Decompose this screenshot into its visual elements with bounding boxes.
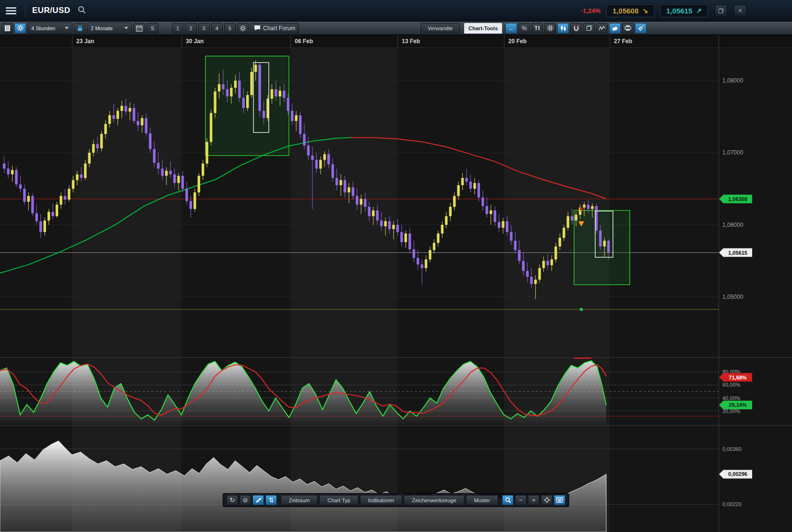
zoom-in-icon[interactable]: + [528, 495, 540, 505]
bottom-button-group: ZeitraumChart TypIndikatorenZeichenwerkz… [281, 495, 498, 505]
candle-body [591, 206, 593, 209]
date-label: 06 Feb [295, 38, 313, 45]
candle-body [319, 160, 322, 168]
sort-arrows-icon[interactable]: ⇅ [265, 495, 277, 505]
candle-body [7, 168, 9, 174]
lock-icon[interactable] [74, 23, 85, 34]
zoom-level-2[interactable]: 2 [185, 23, 196, 34]
candle-body [185, 189, 188, 201]
zoom-level-1[interactable]: 1 [172, 23, 183, 34]
candle-body [311, 155, 313, 160]
buy-price: 1,05615 [666, 7, 692, 15]
candle-body [214, 92, 216, 113]
chart-options-gear-icon[interactable] [635, 23, 647, 34]
eraser-icon[interactable] [609, 23, 621, 34]
text-tool-icon[interactable]: Tt [531, 23, 543, 34]
candle-body [88, 153, 90, 164]
candle-body [546, 261, 549, 265]
layers-icon[interactable] [583, 23, 595, 34]
chart-list-icon[interactable] [1, 23, 13, 34]
candle-body [145, 118, 147, 133]
order-square-marker[interactable] [580, 208, 583, 211]
candle-body [295, 115, 297, 121]
chart-area[interactable]: 23 Jan30 Jan06 Feb13 Feb20 Feb27 Feb1,08… [0, 35, 792, 532]
grid-icon[interactable] [544, 23, 556, 34]
price-chart[interactable]: 23 Jan30 Jan06 Feb13 Feb20 Feb27 Feb1,08… [0, 35, 792, 532]
change-percent: -1,24% [581, 7, 600, 14]
candle-body [396, 225, 399, 232]
candle-body [324, 154, 326, 160]
keyboard-icon[interactable] [554, 495, 565, 505]
bottom-button-muster[interactable]: Muster [466, 495, 499, 505]
trading-app: EUR/USD -1,24% 1,05608 ↘ 1,05615 ↗ × [0, 0, 792, 532]
maximize-icon[interactable] [715, 5, 727, 16]
candle-body [559, 238, 561, 247]
bottom-button-indikatoren[interactable]: Indikatoren [360, 495, 402, 505]
zoom-out-icon[interactable]: − [515, 495, 527, 505]
pencil-icon[interactable] [252, 495, 264, 505]
chevron-down-icon [65, 27, 69, 29]
refresh-icon[interactable]: ↻ [227, 495, 238, 505]
close-icon[interactable]: × [734, 5, 746, 16]
zigzag-pattern-icon[interactable] [596, 23, 608, 34]
zoom-level-4[interactable]: 4 [211, 23, 223, 34]
bottom-button-zeichenwerkzeuge[interactable]: Zeichenwerkzeuge [404, 495, 464, 505]
timeframe-dropdown[interactable]: 4 Stunden [27, 23, 72, 34]
range-dropdown[interactable]: 2 Monate [87, 23, 132, 34]
chevron-down-icon [124, 27, 128, 29]
magnet-icon[interactable] [570, 23, 582, 34]
candle-body [493, 211, 496, 222]
candle-body [372, 211, 374, 216]
candle-body [100, 134, 103, 148]
candle-body [31, 196, 34, 213]
printer-icon[interactable] [622, 23, 634, 34]
candle-body [254, 65, 257, 72]
chart-forum-button[interactable]: Chart Forum [250, 23, 299, 34]
candle-body [502, 221, 504, 228]
candle-body [542, 261, 545, 268]
chart-settings-gear-icon[interactable] [14, 23, 26, 34]
candle-body [498, 222, 500, 228]
order-square-marker[interactable] [580, 308, 583, 311]
zoom-search-icon[interactable] [502, 495, 514, 505]
candle-body [60, 196, 62, 205]
back-arrow-icon[interactable]: ← [505, 23, 517, 34]
candle-body [551, 260, 553, 265]
candle-body [441, 225, 444, 234]
price-axis-label: 1,05000 [722, 294, 744, 300]
candle-body [177, 176, 180, 183]
candle-body [23, 189, 25, 201]
candle-body [599, 231, 601, 247]
price-axis-label: 1,06000 [722, 222, 744, 228]
candlestick-type-icon[interactable] [557, 23, 569, 34]
date-label: 23 Jan [76, 38, 94, 45]
crosshair-icon[interactable] [541, 495, 552, 505]
oscillator-axis-label: 60,00% [722, 382, 741, 388]
sell-price-button[interactable]: 1,05608 ↘ [606, 4, 654, 17]
candle-body [169, 171, 171, 175]
candle-body [92, 144, 95, 153]
bottom-button-chart-typ[interactable]: Chart Typ [319, 495, 359, 505]
percent-icon[interactable]: % [518, 23, 530, 34]
candle-body [461, 178, 464, 185]
date-label: 20 Feb [508, 38, 527, 45]
zoom-level-3[interactable]: 3 [198, 23, 210, 34]
zoom-level-5[interactable]: 5 [224, 23, 236, 34]
no-drawing-icon[interactable]: ⊘ [240, 495, 251, 505]
related-button[interactable]: Verwandte [420, 23, 460, 34]
menu-button[interactable] [4, 4, 18, 17]
candle-body [481, 198, 484, 206]
candle-body [538, 268, 540, 280]
buy-price-button[interactable]: 1,05615 ↗ [660, 4, 708, 17]
tick-chart-button[interactable]: S [146, 23, 158, 34]
gear-icon[interactable] [237, 23, 249, 34]
oscillator-top-marker [574, 357, 591, 359]
date-label: 27 Feb [614, 38, 632, 45]
search-icon[interactable] [77, 5, 87, 16]
bottom-button-zeitraum[interactable]: Zeitraum [281, 495, 318, 505]
candle-body [356, 196, 358, 205]
chart-tools-tab[interactable]: Chart-Tools [464, 23, 502, 34]
candle-body [303, 134, 305, 145]
calendar-icon[interactable] [133, 23, 145, 34]
candle-body [157, 163, 159, 168]
